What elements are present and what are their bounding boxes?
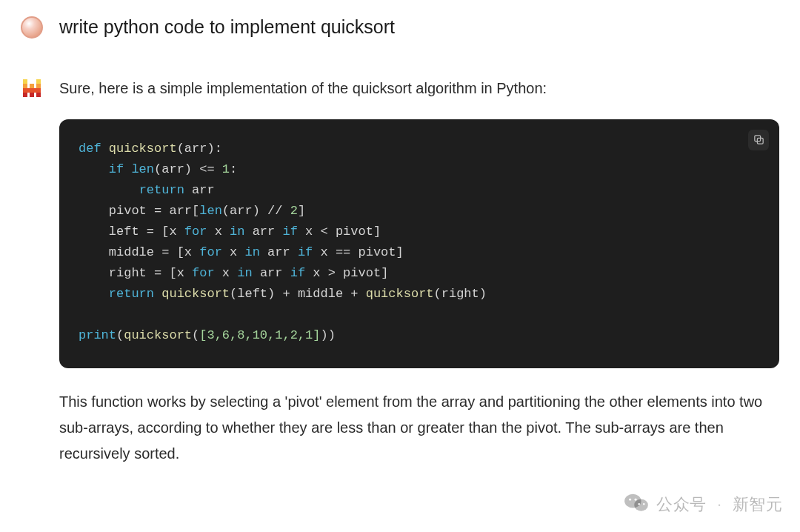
svg-rect-1 xyxy=(36,79,41,84)
svg-point-13 xyxy=(629,499,631,501)
watermark-source: 新智元 xyxy=(733,493,783,516)
user-message: write python code to implement quicksort xyxy=(21,15,779,40)
svg-rect-8 xyxy=(36,93,41,97)
wechat-icon xyxy=(624,492,649,517)
svg-rect-2 xyxy=(23,84,27,88)
svg-point-14 xyxy=(635,499,637,501)
user-prompt: write python code to implement quicksort xyxy=(59,15,395,40)
assistant-intro: Sure, here is a simple implementation of… xyxy=(59,76,779,102)
svg-point-16 xyxy=(643,503,644,505)
assistant-body: Sure, here is a simple implementation of… xyxy=(59,76,779,467)
code-block: def quicksort(arr): if len(arr) <= 1: re… xyxy=(59,119,779,368)
svg-rect-7 xyxy=(30,93,34,97)
watermark-label: 公众号 xyxy=(656,493,707,516)
assistant-message: Sure, here is a simple implementation of… xyxy=(21,76,779,467)
copy-button[interactable] xyxy=(748,130,769,150)
svg-rect-6 xyxy=(23,93,27,97)
user-avatar xyxy=(21,16,43,39)
watermark-sep: · xyxy=(717,495,722,514)
assistant-explanation: This function works by selecting a 'pivo… xyxy=(59,389,779,467)
watermark: 公众号 · 新智元 xyxy=(624,492,782,517)
svg-point-15 xyxy=(639,503,640,505)
chat-container: write python code to implement quicksort… xyxy=(0,0,800,467)
mistral-icon xyxy=(21,77,43,99)
svg-point-12 xyxy=(635,499,649,511)
svg-rect-4 xyxy=(36,84,41,88)
copy-icon xyxy=(753,133,765,146)
svg-point-11 xyxy=(625,494,641,508)
svg-rect-3 xyxy=(30,84,34,88)
assistant-avatar xyxy=(21,77,43,99)
svg-rect-0 xyxy=(23,79,27,84)
code-content: def quicksort(arr): if len(arr) <= 1: re… xyxy=(79,139,760,346)
svg-rect-5 xyxy=(23,88,41,93)
